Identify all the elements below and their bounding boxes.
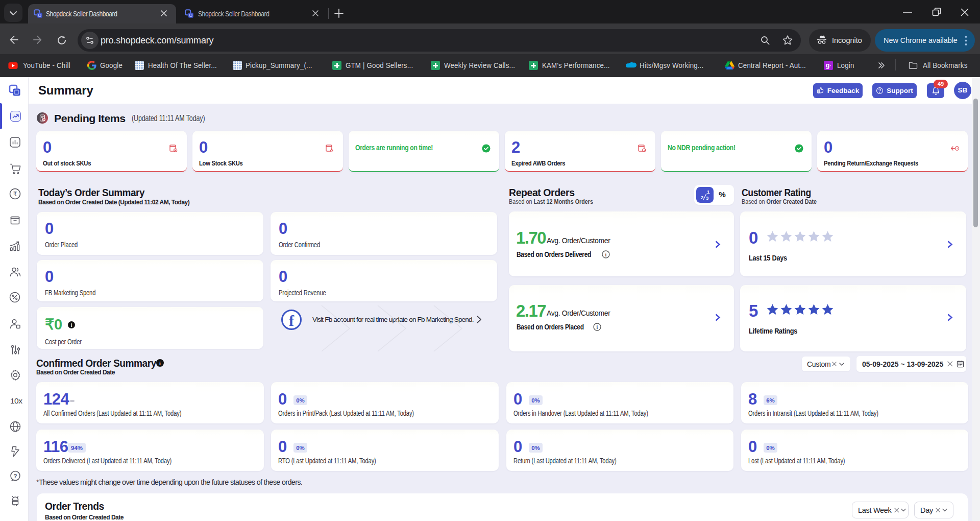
svg-text:?: ? xyxy=(13,473,17,479)
svg-text:2: 2 xyxy=(701,195,703,200)
svg-text:1: 1 xyxy=(707,189,710,195)
svg-text:3: 3 xyxy=(706,195,708,201)
svg-text:i: i xyxy=(605,252,607,257)
svg-text:i: i xyxy=(597,324,598,330)
svg-text:₹: ₹ xyxy=(13,191,17,198)
svg-text:i: i xyxy=(71,323,72,328)
svg-text:i: i xyxy=(159,361,161,366)
